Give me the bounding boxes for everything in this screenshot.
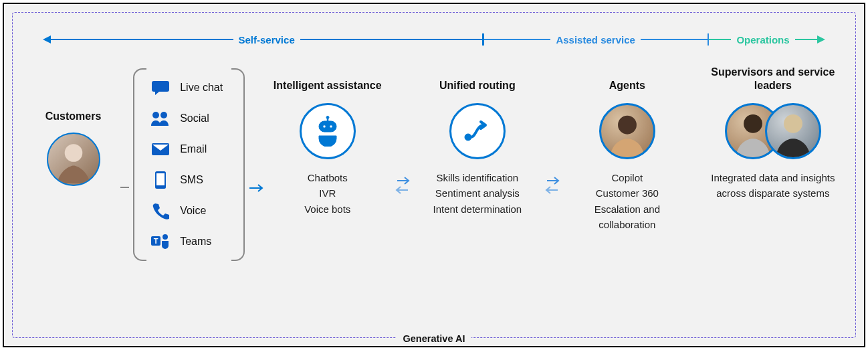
bot-icon [300,103,356,159]
svg-point-15 [618,116,637,135]
channel-live-chat: Live chat [150,79,229,96]
bidirectional-arrows-icon [392,177,413,194]
timeline-operations-label: Operations [731,34,794,46]
social-icon [150,110,171,127]
unified-routing-title: Unified routing [439,63,516,92]
svg-rect-9 [319,121,336,132]
supervisors-title: Supervisors and service leaders [711,63,835,92]
arrow-right-icon [817,35,825,43]
service-timeline: Self-service Assisted service Operations [43,31,825,48]
channel-email: Email [150,141,229,158]
supervisors-column: Supervisors and service leaders Integrat… [711,63,835,201]
generative-ai-region: Self-service Assisted service Operations [12,12,856,338]
customer-avatar [47,133,100,186]
channel-sms: SMS [150,171,229,189]
sms-icon [150,171,171,189]
svg-rect-5 [156,173,165,185]
intelligent-assistance-item: Chatbots [308,170,348,185]
svg-point-10 [323,125,326,128]
diagram-frame: Self-service Assisted service Operations [3,3,865,347]
svg-point-17 [784,114,802,133]
bidirectional-arrows-icon [542,177,563,194]
timeline-assisted-service-label: Assisted service [550,34,640,46]
email-icon [150,141,171,158]
svg-point-16 [744,114,762,133]
svg-point-0 [64,144,82,162]
channel-voice: Voice [150,202,229,220]
arrow-right-icon [249,183,263,193]
svg-point-11 [330,125,332,128]
supervisor-avatars [725,103,821,159]
connector-line [120,187,129,188]
channel-label: Live chat [180,82,223,94]
unified-routing-item: Skills identification [437,170,519,185]
intelligent-assistance-item: IVR [319,185,336,201]
intelligent-assistance-item: Voice bots [304,201,350,217]
channel-label: SMS [180,174,203,186]
agents-item: Customer 360 [596,185,659,201]
voice-icon [150,202,171,220]
customers-title: Customers [45,110,102,123]
svg-text:T: T [154,237,158,245]
agents-item: Copilot [611,170,643,185]
teams-icon: T [150,233,171,250]
diagram-content: Customers Live chat Social [33,63,835,311]
unified-routing-item: Intent determination [433,201,522,217]
svg-point-13 [326,116,329,119]
intelligent-assistance-title: Intelligent assistance [274,63,382,92]
supervisors-item: Integrated data and insights across disp… [711,170,835,201]
generative-ai-label: Generative AI [13,333,855,345]
channel-social: Social [150,110,229,127]
channel-label: Teams [180,236,211,248]
channel-label: Social [180,112,209,124]
channels-column: Live chat Social Email SMS [136,63,241,266]
channel-teams: T Teams [150,233,229,250]
intelligent-assistance-column: Intelligent assistance Chatbots IVR Voic… [270,63,385,217]
unified-routing-item: Sentiment analysis [435,185,520,201]
unified-routing-column: Unified routing Skills identification Se… [420,63,535,217]
svg-point-8 [162,234,168,240]
channel-label: Email [180,143,207,155]
svg-point-1 [152,112,159,118]
agents-title: Agents [609,63,645,92]
agents-column: Agents Copilot Customer 360 Escalation a… [570,63,685,232]
timeline-self-service-label: Self-service [233,34,300,46]
agent-avatar [599,103,655,159]
arrow-left-icon [43,35,51,43]
supervisor-avatar [765,103,821,159]
agents-item: Escalation and collaboration [570,201,685,233]
routing-icon [449,103,506,159]
chat-icon [150,79,171,96]
customers-column: Customers [33,110,114,186]
channel-label: Voice [180,205,206,217]
svg-point-2 [160,112,167,118]
